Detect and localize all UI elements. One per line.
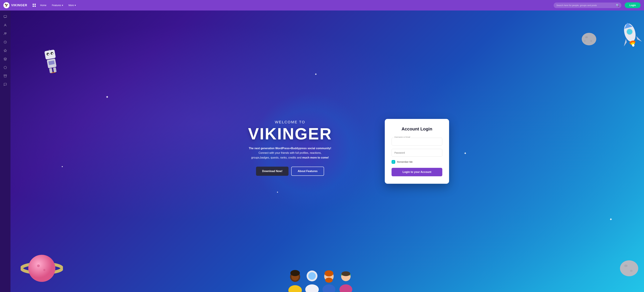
login-submit-button[interactable]: Login to your Account [392, 168, 442, 176]
sidebar-layers-icon[interactable] [2, 56, 9, 62]
svg-point-51 [308, 272, 316, 280]
search-input[interactable] [554, 2, 621, 8]
sparkle-star-4: ✦ [464, 151, 467, 155]
svg-point-17 [584, 40, 586, 42]
login-button[interactable]: Login [625, 2, 640, 8]
svg-marker-11 [4, 66, 7, 69]
welcome-text: WELCOME TO [206, 120, 374, 124]
planet-saturn [21, 246, 63, 287]
svg-rect-35 [49, 68, 52, 73]
features-button[interactable]: About Features [291, 167, 324, 176]
password-input[interactable] [392, 149, 442, 157]
svg-point-42 [43, 269, 45, 271]
navbar: 🦅 VIKINGER Home Features ▾ More ▾ 🔍 Logi… [0, 0, 644, 10]
search-icon[interactable]: 🔍 [616, 4, 619, 7]
sidebar-gem-icon[interactable] [2, 64, 9, 71]
hero-buttons: Download Now! About Features [206, 167, 374, 176]
remember-checkbox[interactable]: ✓ [392, 160, 395, 164]
asteroid-1 [582, 32, 596, 46]
sidebar-archive-icon[interactable] [2, 72, 9, 80]
sidebar-message-icon[interactable] [2, 81, 9, 88]
sparkle-star-2: ✦ [61, 165, 63, 168]
svg-point-14 [582, 33, 596, 45]
svg-rect-4 [4, 16, 7, 18]
sparkle-star-5: ✦ [609, 217, 612, 222]
sidebar-star-icon[interactable] [2, 47, 9, 54]
username-label: Username or Email [394, 136, 411, 138]
svg-point-45 [630, 270, 633, 272]
download-button[interactable]: Download Now! [256, 167, 288, 176]
svg-point-38 [52, 73, 55, 74]
nav-home[interactable]: Home [38, 2, 49, 8]
sidebar-users-icon[interactable] [2, 30, 9, 37]
svg-marker-10 [4, 58, 7, 59]
search-bar: 🔍 [554, 2, 621, 8]
character-1 [287, 270, 304, 292]
character-4 [338, 270, 354, 292]
svg-point-40 [28, 255, 55, 282]
hero-description: The next generation WordPress+Buddypress… [246, 146, 334, 160]
svg-marker-20 [622, 39, 628, 46]
svg-point-32 [48, 48, 50, 48]
nav-menu: Home Features ▾ More ▾ [38, 2, 550, 8]
sidebar-chat-icon[interactable] [2, 13, 9, 20]
hero-text-block: WELCOME TO VIKINGER The next generation … [206, 120, 374, 182]
logo[interactable]: 🦅 VIKINGER [4, 2, 27, 8]
character-row [287, 270, 354, 292]
sparkle-star-1: ✦ [106, 95, 109, 99]
username-input[interactable] [392, 138, 442, 146]
remember-row: ✓ Remember Me [392, 160, 442, 164]
svg-rect-36 [53, 67, 57, 72]
login-card: Account Login Username or Email ✓ Rememb… [385, 119, 449, 184]
svg-point-43 [620, 260, 638, 276]
hero-section: ✦ ✦ ✦ ✦ ✦ ✦ [10, 10, 644, 292]
nav-more[interactable]: More ▾ [66, 2, 78, 8]
character-3 [320, 270, 338, 292]
asteroid-2 [620, 260, 639, 277]
logo-text: VIKINGER [11, 4, 27, 7]
svg-line-31 [49, 48, 50, 50]
svg-rect-12 [4, 75, 7, 76]
hero-content: WELCOME TO VIKINGER The next generation … [192, 119, 462, 184]
apps-grid-icon[interactable] [31, 2, 38, 8]
svg-point-59 [342, 271, 350, 276]
username-field-group: Username or Email [392, 138, 442, 146]
svg-point-60 [340, 284, 352, 292]
svg-marker-21 [636, 35, 642, 43]
navbar-right: Login [625, 2, 640, 8]
svg-point-55 [325, 278, 333, 283]
svg-point-15 [585, 36, 588, 38]
svg-point-7 [6, 33, 6, 34]
svg-rect-0 [33, 4, 34, 5]
svg-point-41 [37, 264, 40, 267]
hero-title: VIKINGER [206, 126, 374, 142]
svg-rect-3 [34, 6, 36, 7]
sparkle-star-3: ✦ [314, 72, 317, 76]
svg-rect-26 [44, 50, 56, 60]
nav-features[interactable]: Features ▾ [50, 2, 65, 8]
svg-point-49 [290, 270, 300, 276]
svg-point-47 [288, 285, 302, 292]
svg-point-16 [590, 40, 592, 42]
chevron-down-icon: ▾ [62, 4, 63, 6]
sidebar [0, 10, 10, 292]
sidebar-user-icon[interactable] [2, 22, 9, 29]
svg-point-52 [305, 284, 319, 292]
logo-icon: 🦅 [4, 2, 10, 8]
rocket-decoration [616, 18, 644, 52]
svg-point-54 [324, 270, 333, 276]
svg-rect-2 [33, 6, 34, 7]
svg-point-6 [4, 33, 5, 34]
password-field-group [392, 149, 442, 157]
sidebar-badge-icon[interactable] [2, 38, 9, 46]
svg-point-5 [5, 24, 6, 25]
robot-decoration [41, 48, 61, 72]
svg-rect-1 [34, 4, 36, 5]
svg-point-56 [322, 284, 335, 292]
chevron-down-icon-2: ▾ [74, 4, 76, 6]
svg-marker-9 [4, 49, 7, 52]
login-card-title: Account Login [392, 126, 442, 132]
character-2 [304, 270, 320, 292]
remember-label: Remember Me [397, 160, 413, 163]
svg-point-44 [624, 264, 628, 267]
